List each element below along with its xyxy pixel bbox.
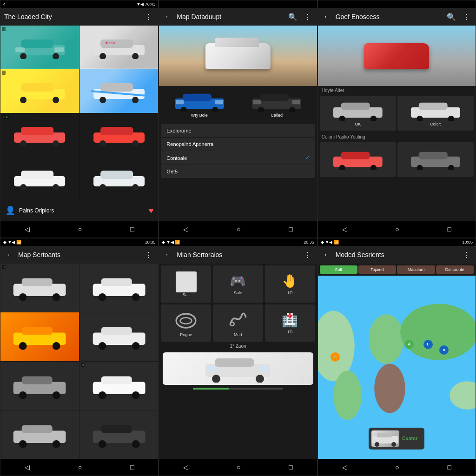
car-thumbnails-2: Wty Bole Called	[159, 86, 317, 122]
car-icon-1	[4, 36, 75, 59]
check-icon: ✓	[305, 155, 310, 161]
back-icon-4[interactable]: ←	[4, 250, 15, 260]
heart-icon[interactable]: ♥	[149, 206, 154, 216]
more-dots-icon-5[interactable]: ⋮	[302, 250, 313, 260]
more-dots-icon-3[interactable]: ⋮	[461, 12, 472, 22]
car-cell-3[interactable]: 0	[0, 69, 79, 112]
back-icon-3[interactable]: ←	[322, 12, 333, 22]
car-box-color[interactable]: Color:	[397, 96, 474, 131]
svg-rect-1	[21, 40, 54, 48]
svg-rect-104	[259, 366, 269, 371]
svg-rect-12	[21, 83, 54, 92]
menu-item-exeforome[interactable]: Exeforome	[161, 124, 315, 137]
nav-home-4[interactable]: ○	[78, 463, 82, 471]
car-list-cell-2[interactable]	[79, 264, 158, 312]
car-thumb-label-1: Wty Bole	[191, 113, 208, 118]
tab-salt[interactable]: Salt	[320, 265, 357, 274]
car-box-red[interactable]	[320, 142, 396, 177]
car-cell-2[interactable]: ★ text	[79, 26, 158, 69]
nav-home-2[interactable]: ○	[237, 225, 240, 233]
car-list-cell-5[interactable]	[0, 362, 79, 410]
menu-item-get5[interactable]: Get5	[161, 165, 315, 178]
footer-label: Pains Oriplors	[19, 207, 145, 214]
nav-back-2[interactable]: ◁	[183, 225, 188, 233]
svg-point-96	[176, 314, 196, 328]
svg-rect-49	[341, 103, 370, 110]
search-icon-2[interactable]: 🔍	[286, 12, 299, 22]
more-dots-icon-2[interactable]: ⋮	[302, 12, 313, 22]
nav-recents-2[interactable]: □	[289, 225, 292, 233]
map-car-thumbnail	[371, 430, 399, 447]
scenario-pogue[interactable]: Pogue	[161, 304, 211, 342]
back-icon-2[interactable]: ←	[163, 12, 174, 22]
nav-back-3[interactable]: ◁	[342, 225, 347, 233]
search-icon-3[interactable]: 🔍	[445, 12, 458, 22]
tab-macolum[interactable]: Macolum	[397, 265, 435, 274]
car-cell-4[interactable]	[79, 69, 158, 112]
more-dots-icon-6[interactable]: ⋮	[461, 250, 472, 260]
scenario-label-1p: 1П	[287, 291, 292, 295]
svg-rect-21	[21, 127, 54, 135]
back-icon-6[interactable]: ←	[322, 250, 333, 260]
menu-item-renopaind[interactable]: Renopaind Apdnerra	[161, 138, 315, 151]
svg-point-114	[375, 442, 379, 447]
car-icon-2: ★ text	[84, 36, 154, 59]
scenario-1p[interactable]: 🤚 1П	[265, 265, 315, 303]
nav-recents-6[interactable]: □	[448, 463, 451, 471]
nav-home-6[interactable]: ○	[395, 463, 399, 471]
nav-recents-4[interactable]: □	[130, 463, 134, 471]
car-list-cell-4[interactable]	[79, 312, 158, 361]
svg-rect-81	[22, 376, 53, 384]
nav-back-6[interactable]: ◁	[342, 463, 347, 471]
car-thumb-2[interactable]: Called	[238, 88, 315, 120]
car-cell-7[interactable]	[0, 157, 79, 200]
more-dots-icon-4[interactable]: ⋮	[143, 250, 154, 260]
nav-home-5[interactable]: ○	[237, 463, 240, 471]
map-marker-l[interactable]: L	[423, 340, 433, 349]
nav-recents-1[interactable]: □	[130, 225, 134, 233]
menu-item-text-4: Get5	[166, 169, 178, 174]
car-list-cell-8[interactable]	[79, 410, 158, 459]
screen4-content: 0	[0, 264, 158, 459]
car-box-dark-silver[interactable]	[397, 142, 474, 177]
svg-point-91	[53, 440, 60, 448]
scenario-sale[interactable]: 🎮 Sale	[213, 265, 263, 303]
scenario-1d[interactable]: 🏥 1D	[265, 304, 315, 342]
car-list-cell-1[interactable]: 0	[0, 264, 79, 312]
car-list-cell-7[interactable]	[0, 410, 79, 459]
menu-item-contoale[interactable]: Contoale ✓	[161, 151, 315, 165]
svg-rect-40	[176, 100, 184, 104]
car-cell-6[interactable]	[79, 113, 158, 157]
track-icon-mort	[226, 309, 250, 332]
car-cell-8[interactable]	[79, 157, 158, 200]
more-dots-icon-1[interactable]: ⋮	[143, 12, 154, 22]
svg-point-87	[132, 391, 139, 399]
nav-recents-5[interactable]: □	[289, 463, 292, 471]
nav-back-4[interactable]: ◁	[25, 463, 30, 471]
nav-back-1[interactable]: ◁	[25, 225, 30, 233]
status-left-5: ◆ ▼◀ 📶	[162, 240, 180, 245]
map-overlay-card[interactable]: Cuotor	[369, 428, 424, 450]
nav-recents-3[interactable]: □	[448, 225, 451, 233]
tab-topiiert[interactable]: Topiiert	[358, 265, 396, 274]
map-marker-n[interactable]: n	[439, 345, 449, 355]
car-pair-2	[318, 140, 476, 179]
car-list-cell-3[interactable]	[0, 312, 79, 361]
screen1-content: 0 ★ tex	[0, 26, 158, 200]
tab-dietcronte[interactable]: Dietcronte	[436, 265, 474, 274]
scenario-mort[interactable]: Mort	[213, 304, 263, 342]
nav-home-1[interactable]: ○	[78, 225, 82, 233]
car-thumb-1[interactable]: Wty Bole	[161, 88, 238, 120]
nav-home-3[interactable]: ○	[395, 225, 399, 233]
section2-label: Coloni Paulio Youling	[318, 132, 476, 140]
car-list-cell-6[interactable]: 0	[79, 362, 158, 410]
status-bar-4: ◆ ▼◀ 📶 10:35	[0, 238, 158, 246]
scenario-salt[interactable]: Salt	[161, 265, 211, 303]
nav-back-5[interactable]: ◁	[183, 463, 188, 471]
car-cell-1[interactable]: 0	[0, 26, 79, 69]
back-icon-5[interactable]: ←	[163, 250, 174, 260]
car-cell-5[interactable]: 100	[0, 113, 79, 157]
car-box-ok[interactable]: OK	[320, 96, 396, 131]
screen1-title: The Loaded City	[4, 13, 140, 20]
car-list-icon-7	[4, 421, 75, 449]
